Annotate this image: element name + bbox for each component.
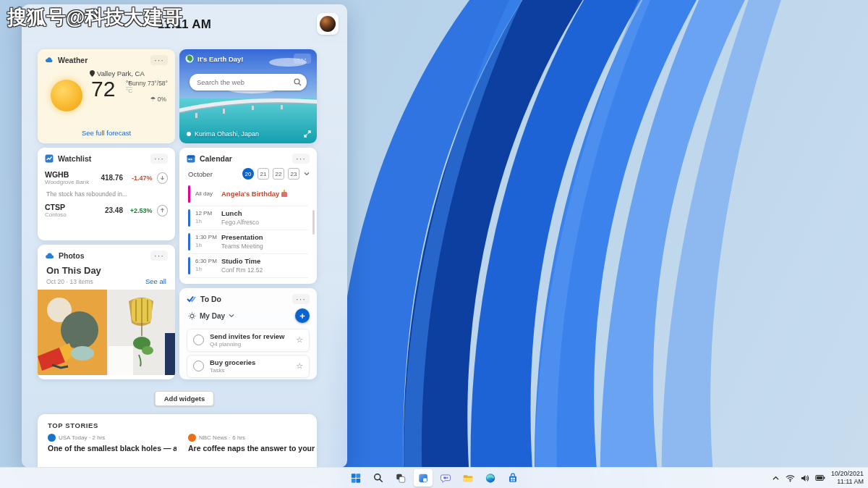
event-time: 6:30 PM — [195, 258, 221, 266]
store-button[interactable] — [503, 469, 522, 487]
search-widget[interactable]: It's Earth Day! ··· Kurima Ohashi, Japan — [179, 49, 317, 143]
search-input[interactable] — [190, 77, 294, 87]
news-meta: NBC News · 6 hrs — [199, 434, 245, 441]
stock-row[interactable]: WGHB Woodgrove Bank 418.76 -1.47% — [38, 167, 175, 189]
watchlist-more-button[interactable]: ··· — [150, 153, 168, 164]
hidden-icons-chevron-icon[interactable] — [772, 475, 780, 481]
see-all-link[interactable]: See all — [145, 277, 166, 285]
photo-location: Kurima Ohashi, Japan — [195, 130, 300, 138]
event-time: All day — [195, 190, 221, 198]
start-button[interactable] — [346, 469, 365, 487]
calendar-more-button[interactable]: ··· — [292, 153, 310, 164]
widgets-panel: 11:11 AM Weather ··· Valley Park, CA 72 … — [22, 4, 347, 468]
day-chip[interactable]: 21 — [258, 168, 269, 180]
taskbar: 10/20/2021 11:11 AM — [0, 467, 868, 488]
stock-change: +2.53% — [123, 207, 153, 214]
tray-clock[interactable]: 10/20/2021 11:11 AM — [831, 470, 864, 487]
photos-widget-icon — [45, 252, 54, 259]
task-list-label: Tasks — [210, 367, 296, 374]
star-icon[interactable]: ☆ — [296, 361, 303, 371]
profile-button[interactable] — [317, 13, 339, 35]
todo-title: To Do — [200, 295, 288, 303]
event-title: Studio Time — [221, 257, 308, 266]
star-icon[interactable]: ☆ — [296, 335, 303, 345]
search-widget-title: It's Earth Day! — [197, 55, 290, 63]
add-task-button[interactable] — [295, 308, 310, 323]
calendar-event[interactable]: 6:30 PM 1h Studio Time Conf Rm 12.52 — [188, 254, 308, 278]
add-widgets-button[interactable]: Add widgets — [155, 391, 214, 406]
usa-today-logo-icon — [48, 434, 56, 442]
watchlist-widget[interactable]: Watchlist ··· WGHB Woodgrove Bank 418.76… — [38, 148, 175, 240]
weather-precip: 0% — [158, 96, 166, 103]
event-title: Angela's Birthday — [221, 190, 279, 198]
stock-trend-down-icon[interactable] — [157, 172, 169, 184]
photo-thumbnail-right[interactable] — [107, 290, 175, 375]
chat-button[interactable] — [436, 469, 455, 487]
stock-name: Woodgrove Bank — [45, 179, 95, 185]
day-chip[interactable]: 23 — [288, 168, 299, 180]
photos-more-button[interactable]: ··· — [150, 251, 168, 261]
calendar-widget[interactable]: Calendar ··· October 20 21 22 23 All day… — [179, 148, 317, 284]
volume-icon[interactable] — [801, 474, 809, 482]
search-taskbar-button[interactable] — [369, 469, 388, 487]
stock-ticker: CTSP — [45, 203, 95, 211]
weather-more-button[interactable]: ··· — [150, 55, 168, 65]
calendar-event[interactable]: 12 PM 1h Lunch Fego Alfresco — [188, 206, 308, 230]
edge-button[interactable] — [481, 469, 500, 487]
file-explorer-button[interactable] — [459, 469, 477, 487]
my-day-sun-icon — [188, 312, 196, 320]
stock-row[interactable]: CTSP Contoso 23.48 +2.53% — [38, 199, 175, 222]
chevron-down-icon[interactable] — [304, 172, 310, 176]
photos-widget[interactable]: Photos ··· On This Day Oct 20 · 13 items… — [38, 245, 175, 379]
stock-trend-up-icon[interactable] — [157, 205, 169, 216]
unit-celsius[interactable]: °C — [126, 87, 132, 95]
calendar-scrollbar[interactable] — [312, 210, 315, 235]
see-full-forecast-link[interactable]: See full forecast — [38, 129, 175, 137]
chevron-down-icon[interactable] — [229, 314, 234, 318]
todo-list-name[interactable]: My Day — [200, 312, 225, 320]
sun-icon — [51, 80, 82, 112]
task-item[interactable]: Buy groceries Tasks ☆ — [187, 355, 310, 378]
stock-name: Contoso — [45, 211, 95, 218]
day-chip-selected[interactable]: 20 — [242, 168, 254, 180]
stock-ticker: WGHB — [45, 170, 95, 179]
photos-subheading: Oct 20 · 13 items — [46, 278, 145, 285]
weather-title: Weather — [58, 56, 146, 64]
birthday-cake-icon — [281, 192, 287, 197]
news-story[interactable]: NBC News · 6 hrs Are coffee naps the ans… — [188, 434, 315, 453]
nbc-news-logo-icon — [188, 434, 196, 442]
widgets-button[interactable] — [414, 469, 433, 487]
calendar-event[interactable]: All day Angela's Birthday — [188, 182, 308, 206]
battery-icon[interactable] — [815, 474, 825, 481]
task-checkbox[interactable] — [193, 361, 204, 371]
stock-price: 418.76 — [95, 174, 123, 182]
top-stories-section: TOP STORIES USA Today · 2 hrs One of the… — [38, 414, 317, 468]
calendar-event[interactable]: 1:30 PM 1h Presentation Teams Meeting — [188, 230, 308, 254]
wifi-icon[interactable] — [786, 474, 795, 482]
event-duration: 1h — [195, 266, 221, 274]
event-color-bar — [188, 185, 190, 203]
stock-price: 23.48 — [95, 206, 123, 214]
calendar-title: Calendar — [200, 154, 288, 163]
avatar — [320, 16, 336, 32]
watchlist-note: The stock has rebounded in... — [38, 189, 175, 199]
news-story[interactable]: USA Today · 2 hrs One of the smallest bl… — [48, 434, 176, 453]
search-more-button[interactable]: ··· — [294, 54, 311, 64]
search-icon[interactable] — [294, 78, 307, 86]
news-meta: USA Today · 2 hrs — [59, 434, 105, 441]
calendar-widget-icon — [187, 154, 195, 163]
event-subtitle: Fego Alfresco — [221, 219, 308, 227]
task-view-button[interactable] — [391, 469, 410, 487]
task-item[interactable]: Send invites for review Q4 planning ☆ — [187, 329, 310, 352]
photo-thumbnail-left[interactable] — [38, 290, 107, 375]
task-checkbox[interactable] — [193, 335, 204, 345]
todo-widget[interactable]: To Do ··· My Day Send invites for review… — [179, 288, 317, 379]
expand-icon[interactable] — [304, 130, 311, 138]
event-duration: 1h — [195, 218, 221, 226]
weather-widget[interactable]: Weather ··· Valley Park, CA 72 °F °C Sun… — [38, 49, 175, 143]
day-chip[interactable]: 22 — [273, 168, 284, 180]
search-box[interactable] — [190, 74, 307, 91]
photos-title: Photos — [59, 251, 146, 260]
todo-more-button[interactable]: ··· — [292, 294, 310, 304]
panel-clock: 11:11 AM — [22, 17, 347, 32]
